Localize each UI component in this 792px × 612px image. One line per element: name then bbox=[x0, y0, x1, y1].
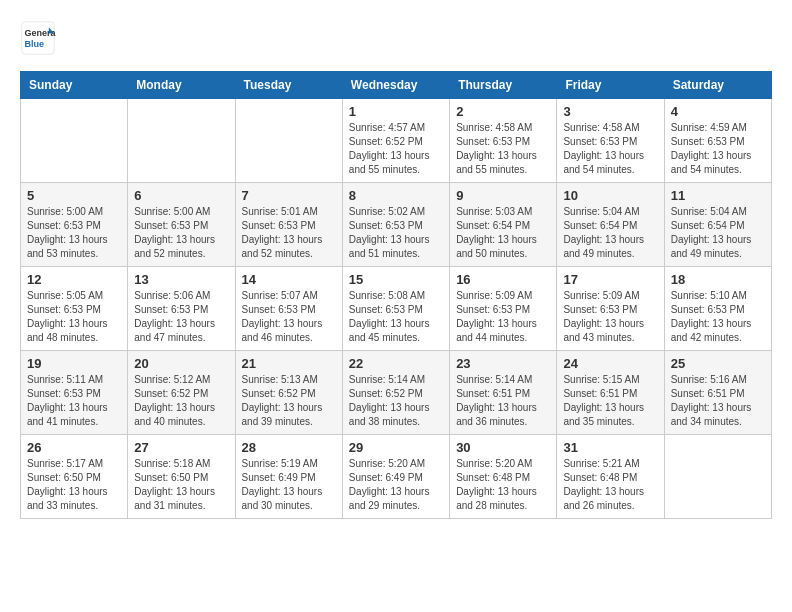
day-info: Sunrise: 5:00 AM Sunset: 6:53 PM Dayligh… bbox=[27, 205, 121, 261]
calendar-cell: 3Sunrise: 4:58 AM Sunset: 6:53 PM Daylig… bbox=[557, 99, 664, 183]
calendar-cell: 20Sunrise: 5:12 AM Sunset: 6:52 PM Dayli… bbox=[128, 351, 235, 435]
calendar-table: SundayMondayTuesdayWednesdayThursdayFrid… bbox=[20, 71, 772, 519]
calendar-cell: 30Sunrise: 5:20 AM Sunset: 6:48 PM Dayli… bbox=[450, 435, 557, 519]
day-info: Sunrise: 4:59 AM Sunset: 6:53 PM Dayligh… bbox=[671, 121, 765, 177]
header-day-wednesday: Wednesday bbox=[342, 72, 449, 99]
day-info: Sunrise: 5:09 AM Sunset: 6:53 PM Dayligh… bbox=[563, 289, 657, 345]
header-day-sunday: Sunday bbox=[21, 72, 128, 99]
week-row-1: 1Sunrise: 4:57 AM Sunset: 6:52 PM Daylig… bbox=[21, 99, 772, 183]
day-number: 10 bbox=[563, 188, 657, 203]
day-info: Sunrise: 5:08 AM Sunset: 6:53 PM Dayligh… bbox=[349, 289, 443, 345]
calendar-cell: 23Sunrise: 5:14 AM Sunset: 6:51 PM Dayli… bbox=[450, 351, 557, 435]
calendar-cell: 9Sunrise: 5:03 AM Sunset: 6:54 PM Daylig… bbox=[450, 183, 557, 267]
logo-icon: General Blue bbox=[20, 20, 56, 56]
day-number: 2 bbox=[456, 104, 550, 119]
day-info: Sunrise: 5:16 AM Sunset: 6:51 PM Dayligh… bbox=[671, 373, 765, 429]
day-number: 5 bbox=[27, 188, 121, 203]
day-number: 6 bbox=[134, 188, 228, 203]
day-info: Sunrise: 5:20 AM Sunset: 6:49 PM Dayligh… bbox=[349, 457, 443, 513]
day-number: 30 bbox=[456, 440, 550, 455]
calendar-cell: 6Sunrise: 5:00 AM Sunset: 6:53 PM Daylig… bbox=[128, 183, 235, 267]
calendar-cell: 4Sunrise: 4:59 AM Sunset: 6:53 PM Daylig… bbox=[664, 99, 771, 183]
day-info: Sunrise: 5:01 AM Sunset: 6:53 PM Dayligh… bbox=[242, 205, 336, 261]
header-day-thursday: Thursday bbox=[450, 72, 557, 99]
calendar-cell: 5Sunrise: 5:00 AM Sunset: 6:53 PM Daylig… bbox=[21, 183, 128, 267]
day-info: Sunrise: 5:11 AM Sunset: 6:53 PM Dayligh… bbox=[27, 373, 121, 429]
day-info: Sunrise: 4:58 AM Sunset: 6:53 PM Dayligh… bbox=[456, 121, 550, 177]
day-info: Sunrise: 5:10 AM Sunset: 6:53 PM Dayligh… bbox=[671, 289, 765, 345]
calendar-cell: 11Sunrise: 5:04 AM Sunset: 6:54 PM Dayli… bbox=[664, 183, 771, 267]
day-number: 24 bbox=[563, 356, 657, 371]
svg-text:Blue: Blue bbox=[25, 39, 45, 49]
calendar-cell: 21Sunrise: 5:13 AM Sunset: 6:52 PM Dayli… bbox=[235, 351, 342, 435]
day-info: Sunrise: 5:04 AM Sunset: 6:54 PM Dayligh… bbox=[563, 205, 657, 261]
day-info: Sunrise: 5:21 AM Sunset: 6:48 PM Dayligh… bbox=[563, 457, 657, 513]
calendar-cell: 26Sunrise: 5:17 AM Sunset: 6:50 PM Dayli… bbox=[21, 435, 128, 519]
day-info: Sunrise: 5:05 AM Sunset: 6:53 PM Dayligh… bbox=[27, 289, 121, 345]
day-number: 18 bbox=[671, 272, 765, 287]
day-number: 9 bbox=[456, 188, 550, 203]
day-number: 31 bbox=[563, 440, 657, 455]
calendar-cell: 14Sunrise: 5:07 AM Sunset: 6:53 PM Dayli… bbox=[235, 267, 342, 351]
day-number: 28 bbox=[242, 440, 336, 455]
calendar-body: 1Sunrise: 4:57 AM Sunset: 6:52 PM Daylig… bbox=[21, 99, 772, 519]
day-number: 13 bbox=[134, 272, 228, 287]
calendar-cell: 31Sunrise: 5:21 AM Sunset: 6:48 PM Dayli… bbox=[557, 435, 664, 519]
calendar-cell: 16Sunrise: 5:09 AM Sunset: 6:53 PM Dayli… bbox=[450, 267, 557, 351]
header-day-monday: Monday bbox=[128, 72, 235, 99]
calendar-cell: 24Sunrise: 5:15 AM Sunset: 6:51 PM Dayli… bbox=[557, 351, 664, 435]
week-row-5: 26Sunrise: 5:17 AM Sunset: 6:50 PM Dayli… bbox=[21, 435, 772, 519]
calendar-cell: 19Sunrise: 5:11 AM Sunset: 6:53 PM Dayli… bbox=[21, 351, 128, 435]
day-number: 21 bbox=[242, 356, 336, 371]
calendar-cell: 13Sunrise: 5:06 AM Sunset: 6:53 PM Dayli… bbox=[128, 267, 235, 351]
calendar-cell: 29Sunrise: 5:20 AM Sunset: 6:49 PM Dayli… bbox=[342, 435, 449, 519]
calendar-cell: 25Sunrise: 5:16 AM Sunset: 6:51 PM Dayli… bbox=[664, 351, 771, 435]
day-info: Sunrise: 5:12 AM Sunset: 6:52 PM Dayligh… bbox=[134, 373, 228, 429]
header-row: SundayMondayTuesdayWednesdayThursdayFrid… bbox=[21, 72, 772, 99]
calendar-cell: 18Sunrise: 5:10 AM Sunset: 6:53 PM Dayli… bbox=[664, 267, 771, 351]
header-day-friday: Friday bbox=[557, 72, 664, 99]
day-info: Sunrise: 4:58 AM Sunset: 6:53 PM Dayligh… bbox=[563, 121, 657, 177]
calendar-cell: 28Sunrise: 5:19 AM Sunset: 6:49 PM Dayli… bbox=[235, 435, 342, 519]
calendar-header: SundayMondayTuesdayWednesdayThursdayFrid… bbox=[21, 72, 772, 99]
calendar-cell: 8Sunrise: 5:02 AM Sunset: 6:53 PM Daylig… bbox=[342, 183, 449, 267]
day-info: Sunrise: 5:19 AM Sunset: 6:49 PM Dayligh… bbox=[242, 457, 336, 513]
calendar-cell: 1Sunrise: 4:57 AM Sunset: 6:52 PM Daylig… bbox=[342, 99, 449, 183]
day-number: 4 bbox=[671, 104, 765, 119]
day-info: Sunrise: 5:07 AM Sunset: 6:53 PM Dayligh… bbox=[242, 289, 336, 345]
day-number: 22 bbox=[349, 356, 443, 371]
calendar-cell bbox=[21, 99, 128, 183]
calendar-cell: 22Sunrise: 5:14 AM Sunset: 6:52 PM Dayli… bbox=[342, 351, 449, 435]
day-number: 8 bbox=[349, 188, 443, 203]
calendar-cell: 2Sunrise: 4:58 AM Sunset: 6:53 PM Daylig… bbox=[450, 99, 557, 183]
day-info: Sunrise: 5:00 AM Sunset: 6:53 PM Dayligh… bbox=[134, 205, 228, 261]
day-number: 12 bbox=[27, 272, 121, 287]
calendar-cell: 15Sunrise: 5:08 AM Sunset: 6:53 PM Dayli… bbox=[342, 267, 449, 351]
day-number: 27 bbox=[134, 440, 228, 455]
day-info: Sunrise: 4:57 AM Sunset: 6:52 PM Dayligh… bbox=[349, 121, 443, 177]
day-number: 25 bbox=[671, 356, 765, 371]
calendar-cell: 7Sunrise: 5:01 AM Sunset: 6:53 PM Daylig… bbox=[235, 183, 342, 267]
day-number: 23 bbox=[456, 356, 550, 371]
day-info: Sunrise: 5:04 AM Sunset: 6:54 PM Dayligh… bbox=[671, 205, 765, 261]
calendar-cell: 17Sunrise: 5:09 AM Sunset: 6:53 PM Dayli… bbox=[557, 267, 664, 351]
day-info: Sunrise: 5:13 AM Sunset: 6:52 PM Dayligh… bbox=[242, 373, 336, 429]
day-number: 1 bbox=[349, 104, 443, 119]
calendar-cell bbox=[235, 99, 342, 183]
day-info: Sunrise: 5:14 AM Sunset: 6:52 PM Dayligh… bbox=[349, 373, 443, 429]
calendar-cell: 10Sunrise: 5:04 AM Sunset: 6:54 PM Dayli… bbox=[557, 183, 664, 267]
day-info: Sunrise: 5:15 AM Sunset: 6:51 PM Dayligh… bbox=[563, 373, 657, 429]
day-info: Sunrise: 5:03 AM Sunset: 6:54 PM Dayligh… bbox=[456, 205, 550, 261]
day-number: 7 bbox=[242, 188, 336, 203]
day-number: 11 bbox=[671, 188, 765, 203]
day-number: 29 bbox=[349, 440, 443, 455]
day-number: 16 bbox=[456, 272, 550, 287]
day-info: Sunrise: 5:14 AM Sunset: 6:51 PM Dayligh… bbox=[456, 373, 550, 429]
day-info: Sunrise: 5:09 AM Sunset: 6:53 PM Dayligh… bbox=[456, 289, 550, 345]
day-number: 26 bbox=[27, 440, 121, 455]
day-number: 20 bbox=[134, 356, 228, 371]
day-number: 3 bbox=[563, 104, 657, 119]
calendar-cell bbox=[128, 99, 235, 183]
week-row-2: 5Sunrise: 5:00 AM Sunset: 6:53 PM Daylig… bbox=[21, 183, 772, 267]
day-info: Sunrise: 5:20 AM Sunset: 6:48 PM Dayligh… bbox=[456, 457, 550, 513]
